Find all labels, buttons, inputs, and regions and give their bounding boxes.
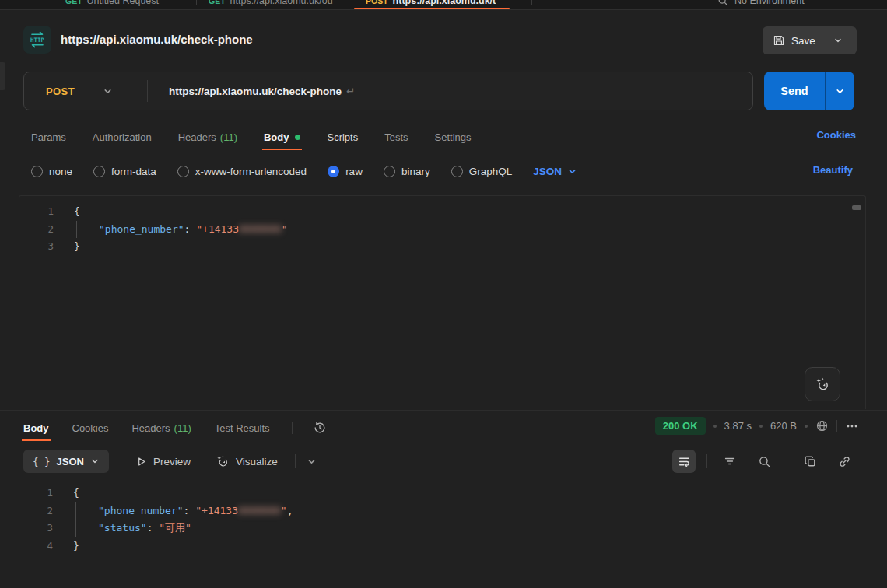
search-icon	[758, 455, 771, 468]
svg-text:HTTP: HTTP	[30, 37, 45, 44]
tab-body[interactable]: Body	[262, 124, 303, 150]
field-divider	[147, 80, 148, 102]
filter-button[interactable]	[718, 450, 742, 473]
response-size: 620 B	[770, 420, 797, 432]
play-icon	[135, 456, 147, 467]
visualize-button[interactable]: Visualize	[216, 454, 278, 468]
mode-raw-selected[interactable]: raw	[328, 166, 363, 177]
tab-params[interactable]: Params	[30, 124, 68, 150]
method-badge: GET	[65, 0, 82, 5]
request-tab-2[interactable]: GEThttps://api.xiaomu.uk/ou	[209, 0, 333, 9]
radio-icon	[451, 166, 463, 177]
http-request-icon: HTTP	[23, 26, 51, 54]
method-selector[interactable]: POST	[24, 86, 147, 97]
history-clock-icon	[313, 421, 327, 435]
tab-settings[interactable]: Settings	[433, 124, 473, 150]
wrap-text-button[interactable]	[672, 450, 696, 473]
active-tab-indicator	[354, 8, 510, 9]
redacted-text: 0000000	[238, 505, 281, 516]
method-badge: GET	[209, 0, 226, 5]
request-body-editor[interactable]: 1 { 2 "phone_number": "+141330000000" 3 …	[19, 195, 866, 409]
chevron-down-icon	[90, 457, 100, 466]
indent-guide	[76, 221, 77, 239]
environment-selector[interactable]: No Environment	[717, 0, 805, 9]
chevron-down-icon	[833, 36, 843, 45]
return-glyph: ↵	[346, 86, 355, 97]
dot-separator	[713, 425, 717, 428]
mode-none[interactable]: none	[31, 166, 72, 177]
tab-headers[interactable]: Headers(11)	[177, 124, 239, 150]
radio-icon	[93, 166, 105, 177]
save-icon	[773, 34, 785, 47]
wrap-text-icon	[678, 455, 691, 468]
tab-authorization[interactable]: Authorization	[91, 124, 153, 150]
mode-graphql[interactable]: GraphQL	[451, 166, 513, 177]
indent-guide	[75, 502, 76, 520]
headers-count: (11)	[220, 131, 237, 143]
globe-icon[interactable]	[815, 419, 829, 432]
line-number: 2	[19, 502, 53, 520]
response-tab-cookies[interactable]: Cookies	[71, 415, 110, 441]
response-tab-test-results[interactable]: Test Results	[213, 415, 272, 441]
mode-form-data[interactable]: form-data	[93, 166, 156, 177]
method-label: POST	[46, 86, 75, 97]
response-history-button[interactable]	[313, 421, 327, 435]
language-selector[interactable]: JSON	[533, 166, 577, 177]
preview-button[interactable]: Preview	[135, 456, 191, 467]
headers-count: (11)	[174, 422, 191, 434]
tab-tests[interactable]: Tests	[383, 124, 409, 150]
request-tab-1[interactable]: GETUntitled Request	[65, 0, 159, 9]
visualize-sparkle-icon	[216, 454, 230, 468]
response-view-options-chevron[interactable]	[307, 457, 317, 467]
link-icon	[838, 455, 851, 468]
url-input[interactable]: https://api.xiaomu.uk/check-phone↵	[169, 85, 355, 97]
copy-button[interactable]	[798, 450, 822, 473]
divider	[836, 420, 837, 432]
line-number: 2	[19, 221, 54, 239]
save-button[interactable]: Save	[763, 26, 857, 54]
beautify-link[interactable]: Beautify	[813, 164, 853, 176]
editor-scrollbar[interactable]	[852, 205, 861, 210]
code-line: 2 "phone_number": "+141330000000"	[19, 221, 865, 239]
tab-scripts[interactable]: Scripts	[325, 124, 359, 150]
response-toolbar: { } JSON Preview Visualize	[23, 449, 864, 474]
send-options-button[interactable]	[826, 86, 854, 96]
unsaved-changes-dot	[295, 135, 300, 140]
sidebar-edge	[0, 62, 5, 90]
send-label: Send	[764, 85, 825, 97]
tab-divider	[352, 0, 352, 5]
request-header: HTTP https://api.xiaomu.uk/check-phone S…	[0, 10, 887, 60]
line-number: 1	[19, 203, 54, 221]
more-options-icon[interactable]	[845, 419, 859, 433]
response-tab-bar: Body Cookies Headers(11) Test Results	[22, 415, 327, 441]
radio-icon-selected	[328, 166, 339, 177]
cookies-link[interactable]: Cookies	[816, 129, 856, 141]
line-number: 3	[19, 238, 54, 256]
search-response-button[interactable]	[752, 450, 776, 473]
code-line: 3 "status": "可用"	[19, 520, 866, 537]
code-line: 2 "phone_number": "+141330000000",	[19, 502, 866, 520]
save-options-button[interactable]	[826, 36, 850, 45]
status-badge: 200 OK	[655, 417, 706, 435]
line-number: 3	[19, 520, 53, 537]
body-mode-row: none form-data x-www-form-urlencoded raw…	[31, 159, 577, 184]
request-title: https://api.xiaomu.uk/check-phone	[61, 33, 253, 46]
line-number: 4	[19, 537, 53, 555]
method-badge: POST	[366, 0, 388, 5]
link-button[interactable]	[833, 450, 856, 473]
radio-icon	[177, 166, 189, 177]
postman-window: GETUntitled Request GEThttps://api.xiaom…	[0, 0, 887, 588]
code-line: 4 }	[19, 537, 866, 555]
mode-binary[interactable]: binary	[384, 166, 430, 177]
response-body-viewer[interactable]: 1 { 2 "phone_number": "+141330000000", 3…	[19, 479, 866, 588]
mode-x-www-form-urlencoded[interactable]: x-www-form-urlencoded	[177, 166, 307, 177]
send-button[interactable]: Send	[764, 72, 854, 110]
redacted-text: 0000000	[239, 223, 282, 235]
postbot-button[interactable]	[805, 367, 840, 401]
dot-separator	[759, 425, 763, 428]
chevron-down-icon	[835, 86, 845, 96]
response-format-selector[interactable]: { } JSON	[23, 450, 109, 473]
response-tab-headers[interactable]: Headers(11)	[130, 415, 192, 441]
response-tab-body[interactable]: Body	[22, 415, 51, 441]
response-tools	[672, 449, 856, 474]
